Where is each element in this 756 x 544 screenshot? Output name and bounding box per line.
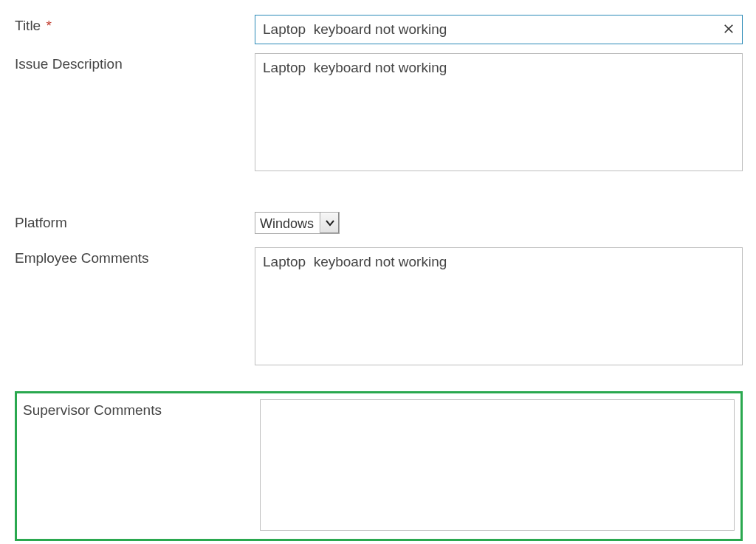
platform-select[interactable]: Windows (255, 212, 340, 234)
supervisor-comments-row: Supervisor Comments (15, 391, 743, 541)
supervisor-comments-textarea[interactable] (260, 399, 735, 531)
issue-description-label: Issue Description (15, 53, 255, 72)
platform-row: Platform Windows (15, 212, 743, 234)
platform-select-value: Windows (255, 213, 320, 233)
title-label: Title * (15, 15, 255, 34)
employee-comments-label: Employee Comments (15, 247, 255, 266)
required-indicator: * (46, 18, 51, 33)
supervisor-comments-label: Supervisor Comments (18, 399, 260, 419)
title-input[interactable] (255, 15, 743, 44)
title-row: Title * (15, 15, 743, 44)
clear-title-icon[interactable] (721, 20, 737, 39)
title-input-wrap (255, 15, 743, 44)
platform-label: Platform (15, 212, 255, 231)
employee-comments-row: Employee Comments Laptop keyboard not wo… (15, 247, 743, 369)
chevron-down-icon (320, 213, 339, 233)
title-label-text: Title (15, 18, 41, 33)
issue-description-row: Issue Description Laptop keyboard not wo… (15, 53, 743, 175)
employee-comments-textarea[interactable]: Laptop keyboard not working (255, 247, 743, 365)
issue-description-textarea[interactable]: Laptop keyboard not working (255, 53, 743, 171)
